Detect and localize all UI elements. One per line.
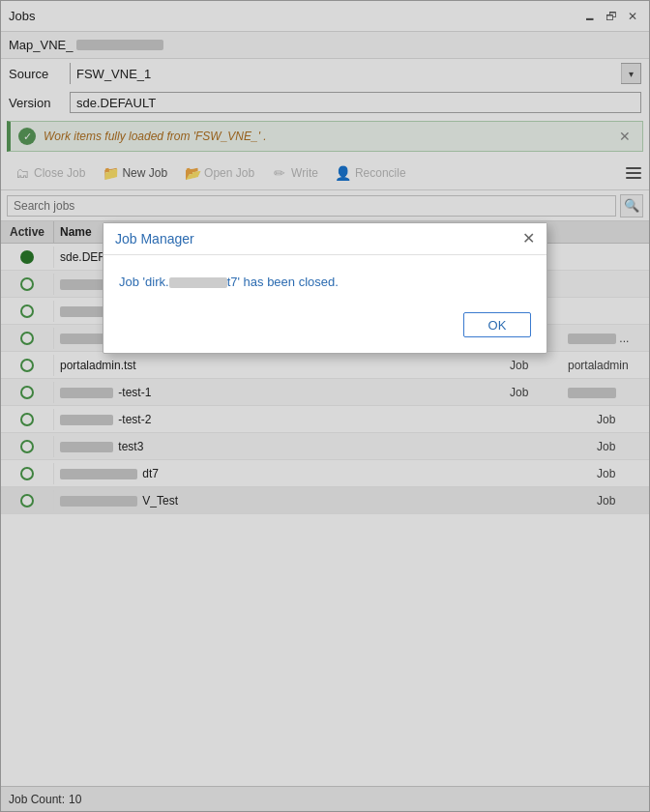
modal-job-name-suffix: t7 [227, 275, 238, 289]
modal-message-suffix: ' has been closed. [237, 275, 338, 289]
modal-job-name: dirk. [145, 275, 169, 289]
modal-job-name-redacted [169, 277, 227, 288]
modal-overlay: Job Manager ✕ Job 'dirk.t7' has been clo… [1, 190, 649, 786]
content-area: 🔍 Active Name sde.DEFAULT [1, 190, 649, 786]
modal-close-button[interactable]: ✕ [522, 231, 535, 246]
modal-title: Job Manager [115, 231, 194, 246]
main-window: Jobs 🗕 🗗 ✕ Map_VNE_ Source ▾ Version ✓ W… [0, 0, 650, 812]
ok-button[interactable]: OK [463, 312, 531, 337]
modal-message: Job 'dirk.t7' has been closed. [119, 275, 531, 289]
modal-footer: OK [103, 304, 547, 353]
modal-dialog: Job Manager ✕ Job 'dirk.t7' has been clo… [103, 222, 547, 354]
modal-message-prefix: Job ' [119, 275, 145, 289]
modal-body: Job 'dirk.t7' has been closed. [103, 255, 547, 304]
modal-header: Job Manager ✕ [103, 223, 547, 255]
